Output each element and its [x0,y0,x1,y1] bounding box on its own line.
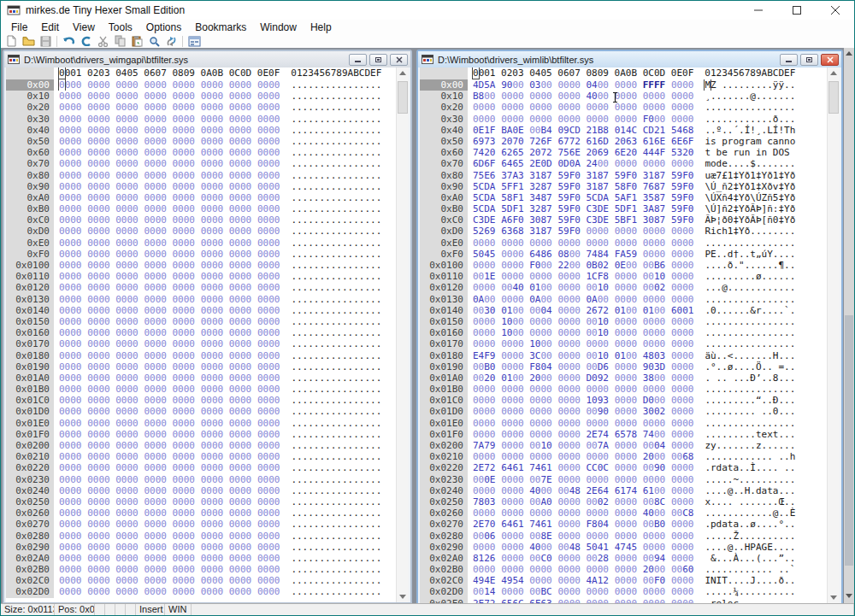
hex-row[interactable]: 0x01900000 0000 0000 0000 0000 0000 0000… [6,361,409,373]
hex-bytes[interactable]: 0000 1000 0000 0000 0010 0000 0000 0000 [473,316,693,327]
hex-bytes[interactable]: 0000 0000 0000 0000 0000 0000 2000 0068 [473,451,693,462]
hex-bytes[interactable]: 0000 0000 0000 0000 0000 0000 0000 0000 [59,214,280,226]
ascii-bytes[interactable]: ................ [705,238,795,249]
hex-bytes[interactable]: 5045 0000 6486 0800 7484 FA59 0000 0000 [473,249,693,260]
hex-bytes[interactable]: E4F9 0000 3C00 0000 0010 0100 4803 0000 [473,350,693,361]
ascii-bytes[interactable]: ................ [291,136,381,147]
ascii-bytes[interactable]: ................ [705,327,795,338]
hex-bytes[interactable]: 000E 0000 007E 0000 0000 0000 0000 0000 [473,474,693,485]
ascii-bytes[interactable]: ................ [291,158,381,169]
child-minimize-button[interactable] [349,54,367,66]
hex-bytes[interactable]: 4D5A 9000 0300 0000 0400 0000 FFFF 0000 [473,79,693,91]
hex-bytes[interactable]: 0000 0000 0000 0000 0000 0000 0000 0000 [59,271,280,282]
ascii-bytes[interactable]: ............ ..` [705,564,795,575]
ascii-bytes[interactable]: ................ [291,507,381,519]
ascii-bytes[interactable]: .........“..Ð... [705,395,795,406]
ascii-bytes[interactable]: ................ [705,294,795,305]
ascii-bytes[interactable]: ................ [291,203,381,214]
hex-bytes[interactable]: 0000 0000 0000 0000 0000 0000 0000 0000 [59,586,280,597]
ascii-bytes[interactable]: ................ [291,361,381,373]
ascii-bytes[interactable]: ÃÞ¦ð0‡YðÃÞ[ñ0‡Yð [705,214,795,226]
hex-row[interactable]: 0x02600000 0000 0000 0000 0000 0000 4000… [420,507,840,519]
hex-bytes[interactable]: 0000 0000 0000 0000 0000 0000 0000 0000 [59,79,280,91]
hex-bytes[interactable]: 0000 0000 F000 2200 0B02 0E00 00B6 0000 [473,260,693,271]
hex-bytes[interactable]: 8126 0000 00C0 0000 0028 0000 0094 0000 [473,553,693,564]
ascii-bytes[interactable]: ......... ..0... [705,406,795,417]
hex-bytes[interactable]: 0000 0000 0000 0000 0000 0000 0000 0000 [59,507,280,519]
ascii-bytes[interactable]: ................ [291,519,381,530]
hex-row[interactable]: 0x8075E6 37A3 3187 59F0 3187 59F0 3187 5… [420,170,840,181]
hex-row[interactable]: 0x02D00000 0000 0000 0000 0000 0000 0000… [6,586,409,597]
hex-row[interactable]: 0x200000 0000 0000 0000 0000 0000 0000 0… [420,102,840,113]
hex-bytes[interactable]: 0000 0000 0000 0000 0000 0000 0000 0000 [59,294,280,305]
hex-bytes[interactable]: 0020 0100 2000 0000 D092 0000 3800 0000 [473,373,693,384]
hex-bytes[interactable]: 0000 0000 0000 0000 0000 0000 0000 0000 [59,260,280,271]
ascii-bytes[interactable]: .....~.......... [705,474,795,485]
hex-row[interactable]: 0xE00000 0000 0000 0000 0000 0000 0000 0… [420,238,840,249]
vertical-scrollbar[interactable] [396,67,409,602]
hex-bytes[interactable]: 0000 0000 0000 0000 0000 0000 0000 0000 [59,462,280,473]
hex-row[interactable]: 0x01800000 0000 0000 0000 0000 0000 0000… [6,350,409,361]
hex-bytes[interactable]: 5CDA 58F1 3487 59F0 5CDA 5AF1 3587 59F0 [473,192,693,203]
menu-item-bookmarks[interactable]: Bookmarks [188,21,253,34]
hex-row[interactable]: 0x01500000 1000 0000 0000 0010 0000 0000… [420,316,840,327]
ascii-bytes[interactable]: ................ [291,305,381,316]
hex-bytes[interactable]: 0000 0000 4000 0048 2E64 6174 6100 0000 [473,485,693,496]
hex-bytes[interactable]: 0000 0000 0000 0000 0000 0000 0000 0000 [59,474,280,485]
hex-row[interactable]: 0x600000 0000 0000 0000 0000 0000 0000 0… [6,147,409,158]
ascii-bytes[interactable]: ................ [291,249,381,260]
dialog-button[interactable] [186,34,203,48]
hex-row[interactable]: 0xA05CDA 58F1 3487 59F0 5CDA 5AF1 3587 5… [420,192,840,203]
hex-row[interactable]: 0xB05CDA 5DF1 3287 59F0 C3DE 5DF1 3A87 5… [420,203,840,214]
hex-row[interactable]: 0x01300000 0000 0000 0000 0000 0000 0000… [6,294,409,305]
hex-row[interactable]: 0x02A00000 0000 0000 0000 0000 0000 0000… [6,553,409,564]
ascii-bytes[interactable]: . .. ...Ð’..8... [705,373,795,384]
ascii-bytes[interactable]: ................ [291,114,381,125]
ascii-bytes[interactable]: ............ ..h [705,451,795,462]
hex-row[interactable]: 0x01B00000 0000 0000 0000 0000 0000 0000… [420,384,840,395]
ascii-bytes[interactable]: ................ [291,338,381,349]
hex-bytes[interactable]: 0000 0000 0000 0000 2E74 6578 7400 0000 [473,429,693,440]
paste-button[interactable] [128,34,145,48]
ascii-bytes[interactable]: ................ [705,338,795,349]
ascii-bytes[interactable]: ................ [291,462,381,473]
ascii-bytes[interactable]: äù..<.......H... [705,350,795,361]
ascii-bytes[interactable]: ................ [291,102,381,113]
hex-bytes[interactable]: 75E6 37A3 3187 59F0 3187 59F0 3187 59F0 [473,170,693,181]
ascii-bytes[interactable]: ..º..´.Í!¸.LÍ!Th [705,125,795,136]
hex-row[interactable]: 0x01F00000 0000 0000 0000 0000 0000 0000… [6,429,409,440]
open-file-button[interactable] [20,34,37,48]
hex-bytes[interactable]: 494E 4954 0000 0000 4A12 0000 00F0 0000 [473,575,693,586]
ascii-bytes[interactable]: ................ [291,575,381,586]
hex-row[interactable]: 0x300000 0000 0000 0000 0000 0000 F000 0… [420,114,840,125]
ascii-bytes[interactable]: ¸.......@....... [705,91,795,102]
ascii-bytes[interactable]: ................ [291,373,381,384]
hex-row[interactable]: 0x01200000 0040 0100 0000 0010 0000 0002… [420,282,840,293]
hex-bytes[interactable]: 0000 0000 0000 0000 0000 0000 0000 0000 [59,91,280,102]
hex-row[interactable]: 0x02800006 0000 008E 0000 0000 0000 0000… [420,531,840,542]
hex-bytes[interactable]: 0000 0000 0000 0000 0000 0000 0000 0000 [59,451,280,462]
hex-row[interactable]: 0x706D6F 6465 2E0D 0D0A 2400 0000 0000 0… [420,158,840,169]
ascii-bytes[interactable]: ................ [291,429,381,440]
hex-bytes[interactable]: 7420 6265 2072 756E 2069 6E20 444F 5320 [473,147,693,158]
hex-row[interactable]: 0x02007A79 0000 0010 0000 007A 0000 0004… [420,440,840,451]
menu-item-view[interactable]: View [66,21,102,34]
hex-bytes[interactable]: 0000 0000 4000 0048 5041 4745 0000 0000 [473,542,693,553]
hex-row[interactable]: 0x01C00000 0000 0000 0000 1093 0000 D000… [420,395,840,406]
hex-row[interactable]: 0x01D00000 0000 0000 0000 0090 0000 3002… [420,406,840,417]
hex-bytes[interactable]: 0000 0000 0000 0000 0000 0000 0000 0000 [59,158,280,169]
hex-bytes[interactable]: 0000 0000 0000 0000 0000 0000 0000 0000 [59,440,280,451]
hex-bytes[interactable]: 0000 0000 0000 0000 0000 0000 0000 0000 [59,114,280,125]
mdi-scrollbar[interactable] [844,48,854,605]
menu-item-window[interactable]: Window [253,21,304,34]
hex-row[interactable]: 0x0230000E 0000 007E 0000 0000 0000 0000… [420,474,840,485]
ascii-bytes[interactable]: ................ [291,260,381,271]
hex-grid[interactable]: 0001 0203 0405 0607 0809 0A0B 0C0D 0E0F0… [420,67,840,603]
ascii-bytes[interactable]: ................ [291,316,381,327]
ascii-bytes[interactable]: ................ [291,418,381,429]
hex-bytes[interactable]: 0000 0040 0100 0000 0010 0000 0002 0000 [473,282,693,293]
ascii-bytes[interactable]: \ÚXñ4‡Yð\ÚZñ5‡Yð [705,192,795,203]
hex-row[interactable]: 0x01100000 0000 0000 0000 0000 0000 0000… [6,271,409,282]
scroll-up-icon[interactable] [830,71,837,75]
ascii-bytes[interactable]: ................ [291,451,381,462]
